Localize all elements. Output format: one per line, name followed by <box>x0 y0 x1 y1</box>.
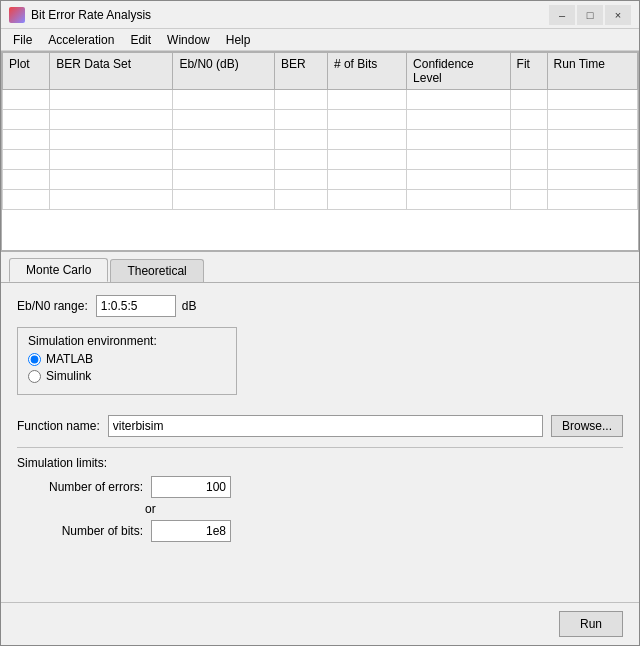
num-bits-row: Number of bits: <box>17 520 623 542</box>
run-row: Run <box>1 602 639 645</box>
ebn0-label: Eb/N0 range: <box>17 299 88 313</box>
col-num-bits: # of Bits <box>327 53 406 90</box>
table-row <box>3 130 638 150</box>
menu-bar: File Acceleration Edit Window Help <box>1 29 639 51</box>
col-plot: Plot <box>3 53 50 90</box>
col-ber: BER <box>275 53 328 90</box>
matlab-radio[interactable] <box>28 353 41 366</box>
tab-theoretical[interactable]: Theoretical <box>110 259 203 282</box>
num-errors-input[interactable] <box>151 476 231 498</box>
simulink-radio[interactable] <box>28 370 41 383</box>
sim-limits-title: Simulation limits: <box>17 456 623 470</box>
menu-window[interactable]: Window <box>159 31 218 49</box>
num-errors-row: Number of errors: <box>17 476 623 498</box>
run-button[interactable]: Run <box>559 611 623 637</box>
sim-env-label: Simulation environment: <box>28 334 226 348</box>
main-window: Bit Error Rate Analysis – □ × File Accel… <box>0 0 640 646</box>
tab-bar: Monte Carlo Theoretical <box>1 252 639 282</box>
simulink-radio-row: Simulink <box>28 369 226 383</box>
or-label: or <box>17 502 623 516</box>
col-confidence-level: ConfidenceLevel <box>407 53 511 90</box>
tab-monte-carlo[interactable]: Monte Carlo <box>9 258 108 282</box>
table-row <box>3 110 638 130</box>
ber-table: Plot BER Data Set Eb/N0 (dB) BER # of Bi… <box>2 52 638 210</box>
ebn0-input[interactable] <box>96 295 176 317</box>
menu-help[interactable]: Help <box>218 31 259 49</box>
ebn0-unit: dB <box>182 299 197 313</box>
table-row <box>3 150 638 170</box>
title-bar: Bit Error Rate Analysis – □ × <box>1 1 639 29</box>
table-row <box>3 170 638 190</box>
function-name-input[interactable] <box>108 415 543 437</box>
divider <box>17 447 623 448</box>
browse-button[interactable]: Browse... <box>551 415 623 437</box>
simulink-label: Simulink <box>46 369 91 383</box>
maximize-button[interactable]: □ <box>577 5 603 25</box>
app-icon <box>9 7 25 23</box>
matlab-label: MATLAB <box>46 352 93 366</box>
col-fit: Fit <box>510 53 547 90</box>
window-title: Bit Error Rate Analysis <box>31 8 549 22</box>
bottom-panel: Monte Carlo Theoretical Eb/N0 range: dB … <box>1 251 639 645</box>
num-bits-label: Number of bits: <box>33 524 143 538</box>
minimize-button[interactable]: – <box>549 5 575 25</box>
title-controls: – □ × <box>549 5 631 25</box>
col-eb-n0: Eb/N0 (dB) <box>173 53 275 90</box>
data-table-area: Plot BER Data Set Eb/N0 (dB) BER # of Bi… <box>1 51 639 251</box>
num-errors-label: Number of errors: <box>33 480 143 494</box>
function-name-row: Function name: Browse... <box>17 415 623 437</box>
table-row <box>3 90 638 110</box>
col-run-time: Run Time <box>547 53 637 90</box>
menu-file[interactable]: File <box>5 31 40 49</box>
sim-env-group: Simulation environment: MATLAB Simulink <box>17 327 237 395</box>
tab-content-monte-carlo: Eb/N0 range: dB Simulation environment: … <box>1 282 639 602</box>
col-ber-data-set: BER Data Set <box>50 53 173 90</box>
table-row <box>3 190 638 210</box>
sim-limits-section: Simulation limits: Number of errors: or … <box>17 456 623 542</box>
ebn0-row: Eb/N0 range: dB <box>17 295 623 317</box>
close-button[interactable]: × <box>605 5 631 25</box>
num-bits-input[interactable] <box>151 520 231 542</box>
menu-edit[interactable]: Edit <box>122 31 159 49</box>
function-name-label: Function name: <box>17 419 100 433</box>
matlab-radio-row: MATLAB <box>28 352 226 366</box>
menu-acceleration[interactable]: Acceleration <box>40 31 122 49</box>
